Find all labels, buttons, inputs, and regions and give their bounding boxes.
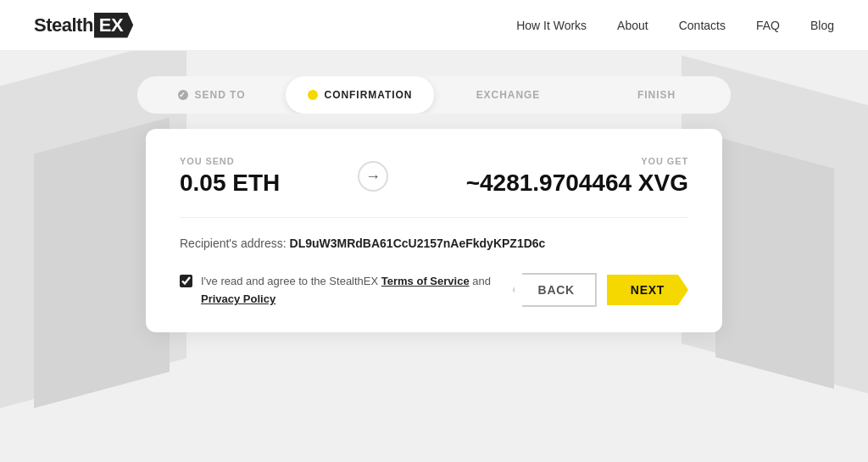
terms-link[interactable]: Terms of Service xyxy=(381,275,470,287)
agree-text-block: I've read and agree to the StealthEX Ter… xyxy=(180,273,496,309)
step-exchange-label: EXCHANGE xyxy=(476,89,541,101)
agree-checkbox[interactable] xyxy=(180,275,192,287)
exchange-arrow: → xyxy=(358,161,388,192)
recipient-label: Recipient's address: xyxy=(180,237,287,250)
nav-contacts[interactable]: Contacts xyxy=(679,19,726,32)
confirmation-card: YOU SEND 0.05 ETH → YOU GET ~4281.970446… xyxy=(146,129,722,332)
step-finish-label: FINISH xyxy=(637,89,676,101)
get-side: YOU GET ~4281.9704464 XVG xyxy=(466,156,688,197)
you-get-label: YOU GET xyxy=(641,156,688,166)
agree-row: I've read and agree to the StealthEX Ter… xyxy=(180,273,688,309)
nav-how-it-works[interactable]: How It Works xyxy=(516,19,587,32)
next-button[interactable]: NEXT xyxy=(607,275,688,305)
step-exchange: EXCHANGE xyxy=(434,76,582,114)
you-send-amount: 0.05 ETH xyxy=(180,170,280,197)
nav-about[interactable]: About xyxy=(617,19,648,32)
step-send-to-dot: ✓ xyxy=(178,90,188,100)
step-finish: FINISH xyxy=(582,76,731,114)
agree-text: I've read and agree to the StealthEX Ter… xyxy=(201,273,491,309)
recipient-row: Recipient's address: DL9uW3MRdBA61CcU215… xyxy=(180,235,688,253)
nav-faq[interactable]: FAQ xyxy=(756,19,780,32)
main-content: ✓ SEND TO CONFIRMATION EXCHANGE FINISH Y… xyxy=(0,51,868,332)
logo-highlight: EX xyxy=(94,13,133,38)
main-nav: How It Works About Contacts FAQ Blog xyxy=(516,19,834,32)
step-send-to: ✓ SEND TO xyxy=(137,76,286,114)
privacy-link[interactable]: Privacy Policy xyxy=(201,292,275,305)
back-button[interactable]: BACK xyxy=(513,273,597,307)
nav-blog[interactable]: Blog xyxy=(810,19,834,32)
step-confirmation: CONFIRMATION xyxy=(286,76,434,114)
logo-text: Stealth xyxy=(34,14,93,36)
steps-bar: ✓ SEND TO CONFIRMATION EXCHANGE FINISH xyxy=(137,76,731,114)
header: StealthEX How It Works About Contacts FA… xyxy=(0,0,868,51)
step-send-to-label: SEND TO xyxy=(195,89,246,101)
recipient-address: DL9uW3MRdBA61CcU2157nAeFkdyKPZ1D6c xyxy=(290,237,546,250)
button-row: BACK NEXT xyxy=(513,273,688,307)
step-confirmation-dot xyxy=(308,90,318,100)
send-side: YOU SEND 0.05 ETH xyxy=(180,156,280,197)
exchange-row: YOU SEND 0.05 ETH → YOU GET ~4281.970446… xyxy=(180,156,688,218)
you-get-amount: ~4281.9704464 XVG xyxy=(466,170,688,197)
logo: StealthEX xyxy=(34,13,133,38)
step-confirmation-label: CONFIRMATION xyxy=(325,89,413,101)
you-send-label: YOU SEND xyxy=(180,156,235,166)
